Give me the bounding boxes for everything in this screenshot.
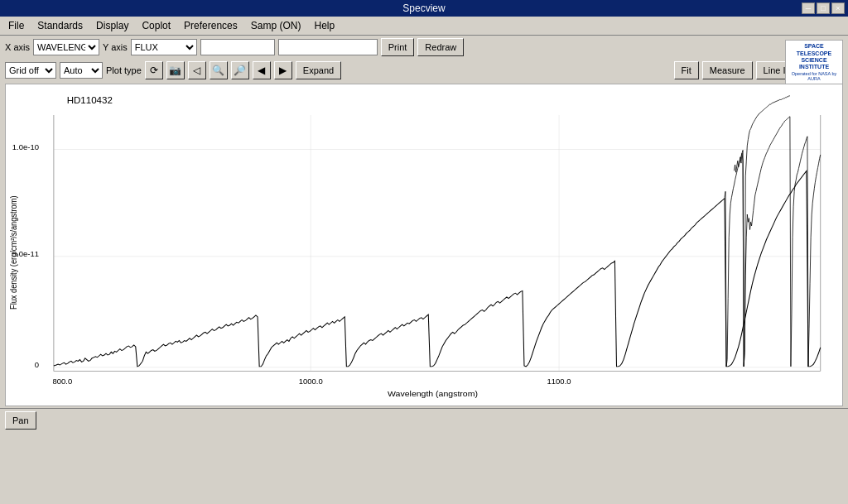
plot-title-text: HD110432: [67, 96, 113, 105]
window-title: Specview: [402, 2, 445, 14]
plot-icon-4[interactable]: 🔍: [210, 61, 228, 79]
measure-button[interactable]: Measure: [702, 61, 753, 79]
title-bar: Specview ─ □ ×: [0, 0, 848, 17]
plot-icon-5[interactable]: 🔎: [231, 61, 249, 79]
xaxis-select[interactable]: WAVELENGTH: [33, 39, 99, 55]
svg-text:0: 0: [35, 361, 39, 368]
menu-standards[interactable]: Standards: [32, 18, 88, 33]
pan-button[interactable]: Pan: [5, 411, 36, 430]
menu-samp[interactable]: Samp (ON): [246, 18, 306, 33]
logo-text: SPACE TELESCOPE SCIENCE INSTITUTE Operat…: [786, 43, 842, 82]
toolbar-row-1: X axis WAVELENGTH Y axis FLUX 973.6218 1…: [0, 36, 848, 59]
spectrum-plot[interactable]: Flux density (erg/cm²/s/angstrom) HD1104…: [5, 84, 843, 406]
plot-wrapper: Flux density (erg/cm²/s/angstrom) HD1104…: [5, 84, 843, 406]
flux-input[interactable]: 1.2590258E-10: [278, 39, 378, 55]
yaxis-select[interactable]: FLUX: [131, 39, 197, 55]
spectrum-line: [54, 170, 821, 366]
plot-icon-3[interactable]: ◁: [188, 61, 206, 79]
spectrum-detail: [725, 96, 790, 367]
plot-icon-7[interactable]: ▶: [274, 61, 292, 79]
menu-display[interactable]: Display: [91, 18, 133, 33]
plottype-label: Plot type: [106, 65, 142, 75]
minimize-button[interactable]: ─: [802, 2, 815, 14]
svg-text:1100.0: 1100.0: [547, 378, 571, 386]
plot-icon-1[interactable]: ⟳: [145, 61, 163, 79]
grid-select[interactable]: Grid off Grid on: [5, 62, 56, 79]
menu-help[interactable]: Help: [309, 18, 340, 33]
close-button[interactable]: ×: [831, 2, 845, 14]
toolbar-row-2: Grid off Grid on Auto Manual Plot type ⟳…: [0, 59, 848, 82]
print-button[interactable]: Print: [381, 38, 415, 56]
menu-preferences[interactable]: Preferences: [179, 18, 243, 33]
plot-icon-2[interactable]: 📷: [166, 61, 185, 79]
auto-select[interactable]: Auto Manual: [60, 62, 103, 79]
svg-text:Wavelength (angstrom): Wavelength (angstrom): [388, 390, 478, 398]
svg-text:5.0e-11: 5.0e-11: [12, 250, 39, 257]
menu-bar: File Standards Display Coplot Preference…: [0, 17, 848, 36]
svg-text:800.0: 800.0: [53, 378, 73, 386]
menu-coplot[interactable]: Coplot: [137, 18, 176, 33]
redraw-button[interactable]: Redraw: [417, 38, 464, 56]
bottom-bar: Pan: [0, 408, 848, 431]
xaxis-label: X axis: [5, 42, 30, 52]
plot-icon-6[interactable]: ◀: [253, 61, 271, 79]
menu-file[interactable]: File: [3, 18, 29, 33]
svg-text:1.0e-10: 1.0e-10: [12, 143, 39, 151]
fit-button[interactable]: Fit: [674, 61, 699, 79]
expand-button[interactable]: Expand: [296, 61, 341, 79]
logo-area: SPACE TELESCOPE SCIENCE INSTITUTE Operat…: [785, 40, 843, 85]
window-controls[interactable]: ─ □ ×: [802, 2, 845, 14]
coord-input[interactable]: 973.6218: [200, 39, 275, 55]
svg-text:1000.0: 1000.0: [299, 378, 323, 386]
maximize-button[interactable]: □: [817, 2, 830, 14]
yaxis-label: Y axis: [103, 42, 128, 52]
